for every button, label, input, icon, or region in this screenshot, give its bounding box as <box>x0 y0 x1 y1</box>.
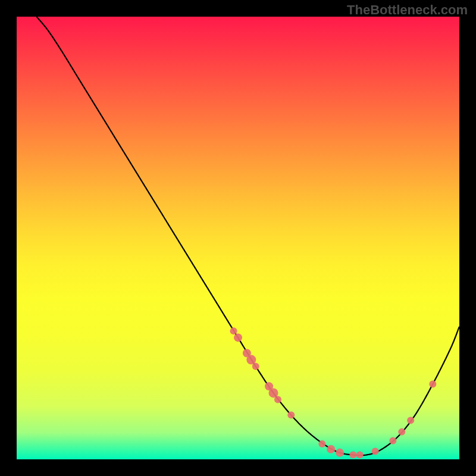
watermark-text: TheBottleneck.com <box>347 2 468 18</box>
highlighted-points-group <box>230 327 437 458</box>
curve-point-marker <box>336 449 344 457</box>
curve-point-marker <box>356 452 364 459</box>
curve-point-marker <box>318 440 325 447</box>
curve-point-marker <box>389 437 396 444</box>
curve-point-marker <box>398 428 405 436</box>
curve-point-marker <box>429 381 436 388</box>
chart-svg-layer <box>17 17 459 459</box>
chart-plot-area <box>17 17 459 459</box>
curve-point-marker <box>349 452 356 459</box>
bottleneck-curve-line <box>36 17 459 455</box>
curve-point-marker <box>234 333 242 342</box>
curve-point-marker <box>372 448 379 455</box>
curve-point-marker <box>252 363 259 370</box>
curve-point-marker <box>327 445 335 453</box>
curve-point-marker <box>287 412 295 419</box>
curve-point-marker <box>407 417 414 424</box>
curve-point-marker <box>274 396 281 403</box>
curve-point-marker <box>230 327 237 334</box>
